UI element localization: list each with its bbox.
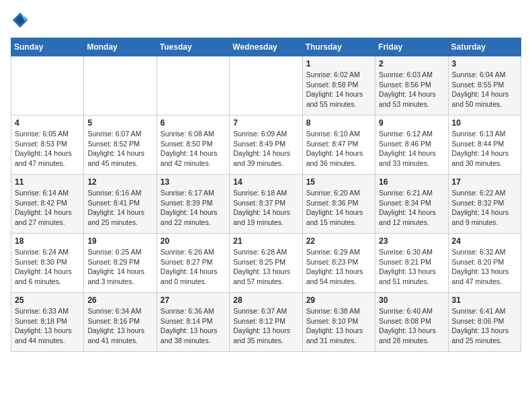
calendar-cell: 22Sunrise: 6:29 AM Sunset: 8:23 PM Dayli… [302, 234, 375, 293]
calendar-cell: 29Sunrise: 6:38 AM Sunset: 8:10 PM Dayli… [302, 293, 375, 352]
day-info: Sunrise: 6:28 AM Sunset: 8:25 PM Dayligh… [233, 247, 298, 287]
day-info: Sunrise: 6:14 AM Sunset: 8:42 PM Dayligh… [15, 188, 80, 228]
day-info: Sunrise: 6:05 AM Sunset: 8:53 PM Dayligh… [15, 129, 80, 169]
calendar-week-row: 4Sunrise: 6:05 AM Sunset: 8:53 PM Daylig… [11, 116, 521, 175]
day-info: Sunrise: 6:17 AM Sunset: 8:39 PM Dayligh… [161, 188, 226, 228]
day-number: 3 [452, 59, 517, 68]
calendar-cell: 26Sunrise: 6:34 AM Sunset: 8:16 PM Dayli… [84, 293, 157, 352]
day-info: Sunrise: 6:29 AM Sunset: 8:23 PM Dayligh… [306, 247, 371, 287]
calendar-cell: 19Sunrise: 6:25 AM Sunset: 8:29 PM Dayli… [84, 234, 157, 293]
calendar-cell: 31Sunrise: 6:41 AM Sunset: 8:06 PM Dayli… [448, 293, 521, 352]
calendar-cell: 17Sunrise: 6:22 AM Sunset: 8:32 PM Dayli… [448, 175, 521, 234]
calendar-cell: 30Sunrise: 6:40 AM Sunset: 8:08 PM Dayli… [375, 293, 448, 352]
calendar-table: SundayMondayTuesdayWednesdayThursdayFrid… [11, 38, 521, 352]
day-info: Sunrise: 6:08 AM Sunset: 8:50 PM Dayligh… [161, 129, 226, 169]
calendar-cell: 27Sunrise: 6:36 AM Sunset: 8:14 PM Dayli… [157, 293, 229, 352]
calendar-cell: 6Sunrise: 6:08 AM Sunset: 8:50 PM Daylig… [157, 116, 229, 175]
day-number: 19 [87, 236, 152, 246]
weekday-header: Wednesday [230, 38, 302, 56]
day-number: 12 [87, 177, 152, 187]
day-number: 9 [379, 118, 444, 128]
day-number: 26 [87, 295, 152, 305]
day-number: 16 [379, 177, 444, 187]
calendar-cell: 15Sunrise: 6:20 AM Sunset: 8:36 PM Dayli… [302, 175, 375, 234]
calendar-cell: 25Sunrise: 6:33 AM Sunset: 8:18 PM Dayli… [11, 293, 84, 352]
day-number: 24 [452, 236, 517, 246]
calendar-cell: 3Sunrise: 6:04 AM Sunset: 8:55 PM Daylig… [448, 56, 521, 116]
day-info: Sunrise: 6:09 AM Sunset: 8:49 PM Dayligh… [233, 129, 298, 169]
calendar-cell: 18Sunrise: 6:24 AM Sunset: 8:30 PM Dayli… [11, 234, 84, 293]
day-number: 5 [87, 118, 152, 128]
calendar-cell: 10Sunrise: 6:13 AM Sunset: 8:44 PM Dayli… [448, 116, 521, 175]
day-info: Sunrise: 6:04 AM Sunset: 8:55 PM Dayligh… [452, 70, 517, 109]
day-info: Sunrise: 6:20 AM Sunset: 8:36 PM Dayligh… [306, 188, 371, 228]
calendar-cell [230, 56, 302, 116]
day-number: 21 [233, 236, 298, 246]
calendar-cell: 24Sunrise: 6:32 AM Sunset: 8:20 PM Dayli… [448, 234, 521, 293]
calendar-cell: 23Sunrise: 6:30 AM Sunset: 8:21 PM Dayli… [375, 234, 448, 293]
logo [11, 11, 32, 30]
calendar-week-row: 1Sunrise: 6:02 AM Sunset: 8:58 PM Daylig… [11, 56, 521, 116]
day-info: Sunrise: 6:13 AM Sunset: 8:44 PM Dayligh… [452, 129, 517, 169]
weekday-header: Monday [84, 38, 157, 56]
day-number: 8 [306, 118, 371, 128]
day-info: Sunrise: 6:24 AM Sunset: 8:30 PM Dayligh… [15, 247, 80, 287]
day-info: Sunrise: 6:33 AM Sunset: 8:18 PM Dayligh… [15, 306, 80, 346]
calendar-cell: 21Sunrise: 6:28 AM Sunset: 8:25 PM Dayli… [230, 234, 302, 293]
day-number: 7 [233, 118, 298, 128]
day-info: Sunrise: 6:30 AM Sunset: 8:21 PM Dayligh… [379, 247, 444, 287]
day-number: 6 [161, 118, 226, 128]
day-info: Sunrise: 6:25 AM Sunset: 8:29 PM Dayligh… [87, 247, 152, 287]
day-number: 31 [452, 295, 517, 305]
calendar-cell: 1Sunrise: 6:02 AM Sunset: 8:58 PM Daylig… [302, 56, 375, 116]
day-info: Sunrise: 6:40 AM Sunset: 8:08 PM Dayligh… [379, 306, 444, 346]
calendar-cell: 16Sunrise: 6:21 AM Sunset: 8:34 PM Dayli… [375, 175, 448, 234]
day-info: Sunrise: 6:26 AM Sunset: 8:27 PM Dayligh… [161, 247, 226, 287]
day-info: Sunrise: 6:37 AM Sunset: 8:12 PM Dayligh… [233, 306, 298, 346]
calendar-cell: 4Sunrise: 6:05 AM Sunset: 8:53 PM Daylig… [11, 116, 84, 175]
calendar-week-row: 18Sunrise: 6:24 AM Sunset: 8:30 PM Dayli… [11, 234, 521, 293]
day-number: 13 [161, 177, 226, 187]
day-number: 1 [306, 59, 371, 68]
day-number: 23 [379, 236, 444, 246]
day-number: 27 [161, 295, 226, 305]
day-number: 15 [306, 177, 371, 187]
day-number: 11 [15, 177, 80, 187]
weekday-header: Tuesday [157, 38, 229, 56]
day-info: Sunrise: 6:12 AM Sunset: 8:46 PM Dayligh… [379, 129, 444, 169]
day-info: Sunrise: 6:38 AM Sunset: 8:10 PM Dayligh… [306, 306, 371, 346]
day-number: 17 [452, 177, 517, 187]
day-number: 29 [306, 295, 371, 305]
calendar-cell [157, 56, 229, 116]
day-info: Sunrise: 6:10 AM Sunset: 8:47 PM Dayligh… [306, 129, 371, 169]
calendar-cell [84, 56, 157, 116]
calendar-cell: 20Sunrise: 6:26 AM Sunset: 8:27 PM Dayli… [157, 234, 229, 293]
day-info: Sunrise: 6:22 AM Sunset: 8:32 PM Dayligh… [452, 188, 517, 228]
day-number: 18 [15, 236, 80, 246]
day-number: 28 [233, 295, 298, 305]
calendar-cell: 5Sunrise: 6:07 AM Sunset: 8:52 PM Daylig… [84, 116, 157, 175]
day-number: 4 [15, 118, 80, 128]
day-info: Sunrise: 6:32 AM Sunset: 8:20 PM Dayligh… [452, 247, 517, 287]
weekday-header-row: SundayMondayTuesdayWednesdayThursdayFrid… [11, 38, 521, 56]
day-info: Sunrise: 6:16 AM Sunset: 8:41 PM Dayligh… [87, 188, 152, 228]
calendar-cell [11, 56, 84, 116]
weekday-header: Saturday [448, 38, 521, 56]
day-info: Sunrise: 6:36 AM Sunset: 8:14 PM Dayligh… [161, 306, 226, 346]
weekday-header: Sunday [11, 38, 84, 56]
calendar-cell: 2Sunrise: 6:03 AM Sunset: 8:56 PM Daylig… [375, 56, 448, 116]
day-number: 20 [161, 236, 226, 246]
calendar-cell: 11Sunrise: 6:14 AM Sunset: 8:42 PM Dayli… [11, 175, 84, 234]
day-info: Sunrise: 6:03 AM Sunset: 8:56 PM Dayligh… [379, 70, 444, 109]
day-number: 10 [452, 118, 517, 128]
day-info: Sunrise: 6:21 AM Sunset: 8:34 PM Dayligh… [379, 188, 444, 228]
day-number: 25 [15, 295, 80, 305]
logo-icon [11, 11, 30, 30]
calendar-week-row: 25Sunrise: 6:33 AM Sunset: 8:18 PM Dayli… [11, 293, 521, 352]
calendar-body: 1Sunrise: 6:02 AM Sunset: 8:58 PM Daylig… [11, 56, 521, 352]
day-number: 2 [379, 59, 444, 68]
calendar-cell: 12Sunrise: 6:16 AM Sunset: 8:41 PM Dayli… [84, 175, 157, 234]
day-number: 30 [379, 295, 444, 305]
day-info: Sunrise: 6:18 AM Sunset: 8:37 PM Dayligh… [233, 188, 298, 228]
calendar-cell: 8Sunrise: 6:10 AM Sunset: 8:47 PM Daylig… [302, 116, 375, 175]
